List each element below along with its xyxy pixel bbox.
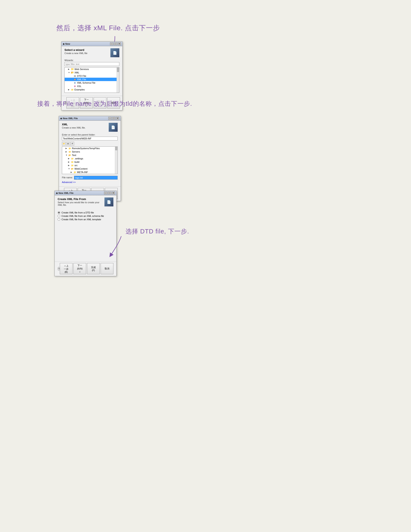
dialog-3-titlebar: ◈ New XML File ─ □ ✕ [55,191,116,195]
label-xml-file: XML File [77,78,86,81]
label-xsd: XML Schema File [77,82,95,84]
dialog-3-close[interactable]: ✕ [112,191,115,194]
radio-item-template[interactable]: Create XML file from an XML template [58,218,113,221]
radio-item-schema[interactable]: Create XML file from an XML schema file [58,215,113,217]
dialog-2-section-title: XML [62,123,85,126]
dialog-2-filename-input[interactable] [74,176,118,180]
dialog-2-wizard-icon: 📄 [109,123,118,132]
dialog-2-maximize[interactable]: □ [112,117,115,120]
tree2-text[interactable]: ▼ 📂 Text [62,153,117,157]
tree2-src[interactable]: ▶ 📁 src [62,164,117,167]
dialog-2-tree[interactable]: ▶ 📁 RemoteSystemsTempFiles ▶ 📁 Servers ▼… [62,146,118,174]
tree-item-xml-file[interactable]: X XML File [65,78,119,81]
icon-web-services: 📁 [71,68,74,71]
tree2-metainf[interactable]: ▶ 📁 META-INF [62,171,117,174]
icon-xml-file: X [73,78,76,81]
toolbar-collapse[interactable]: ⊟ [66,142,70,146]
dialog-2-folder-label: Enter or select the parent folder: [62,133,118,136]
tree2-settings[interactable]: ▶ 📁 .settings [62,157,117,160]
dialog-3-subtitle: Select how you would like to create your… [58,201,100,206]
tree2-servers[interactable]: ▶ 📁 Servers [62,150,117,153]
dialog-1-maximize[interactable]: □ [114,42,117,45]
label-webcontent: WebContent [75,168,87,170]
toolbar-new-folder[interactable]: 📁 [62,142,66,146]
annotation-2: 接着，将File name 改为后缀为tld的名称，点击下一步. [37,100,192,108]
dialog-1-subtitle: Create a new XML file [65,52,87,55]
icon-dtd: D [73,75,76,77]
radio-item-dtd[interactable]: Create XML file from a DTD file [58,211,113,214]
icon-xml-folder: 📂 [71,71,74,74]
tree-item-dtd[interactable]: D DTD File [65,74,119,78]
radio-schema-circle[interactable] [58,215,60,217]
radio-template-circle[interactable] [58,218,60,221]
label-build: build [75,161,79,163]
dialog-2-title-text: New XML File [63,117,78,120]
dialog-3-footer: ? ＜上一步(B) 下一步(N)＞ 完成(F) 取消 [55,262,116,276]
toolbar-refresh[interactable]: ↺ [70,142,74,146]
label-xml: XML [75,71,79,74]
dialog-1-filter-input[interactable] [65,62,119,66]
dialog-3-cancel-btn[interactable]: 取消 [101,263,113,274]
dialog-3-footer-buttons: ＜上一步(B) 下一步(N)＞ 完成(F) 取消 [60,263,113,274]
dialog-3-controls[interactable]: ─ □ ✕ [104,191,115,194]
radio-dtd-circle[interactable] [58,211,60,214]
label-web-services: Web Services [75,68,89,70]
dialog-1-title-left: ◈ New [63,43,70,45]
dialog-3-back-btn[interactable]: ＜上一步(B) [60,263,73,274]
dialog-3-help[interactable]: ? [58,267,60,271]
dialog-3-create-xml: ◈ New XML File ─ □ ✕ Create XML File Fro… [55,191,117,276]
dialog-1-wizards-label: Wizards: [65,59,119,61]
dialog-2-subtitle: Create a new XML file. [62,126,85,129]
dialog-3-icon: ◈ [56,192,58,194]
tree2-build[interactable]: ▶ 📁 build [62,160,117,164]
dialog-3-next-btn[interactable]: 下一步(N)＞ [73,263,86,274]
dialog-1-close[interactable]: ✕ [118,42,121,45]
radio-template-label: Create XML file from an XML template [62,218,101,221]
dialog-1-scrollbar-thumb [117,68,119,72]
icon-xsd: X [73,81,76,84]
dialog-2-folder-input[interactable] [62,137,118,141]
tree-item-web-services[interactable]: ▶ 📁 Web Services [65,67,119,71]
label-settings: .settings [75,157,83,160]
dialog-1-titlebar: ◈ New ─ □ ✕ [62,42,122,46]
dialog-1-minimize[interactable]: ─ [110,42,113,45]
tree-item-examples[interactable]: ▶ 📁 Examples [65,88,119,91]
dialog-2-minimize[interactable]: ─ [108,117,112,120]
dialog-2-scrollbar[interactable] [115,147,117,174]
tree-item-xsl[interactable]: X XSL [65,85,119,88]
dialog-1-controls[interactable]: ─ □ ✕ [110,42,121,45]
dialog-2-title-left: ◈ New XML File [60,117,78,120]
dialog-1-icon: ◈ [63,43,65,45]
dialog-1-tree-scrollbar[interactable] [117,67,119,93]
dialog-2-new-xml: ◈ New XML File ─ □ ✕ XML Create a new XM… [59,116,121,201]
expand-examples: ▶ [68,88,70,91]
label-remote: RemoteSystemsTempFiles [72,147,100,150]
dialog-3-maximize[interactable]: □ [108,191,111,194]
dialog-2-advanced-link[interactable]: Advanced >> [62,181,76,183]
label-dtd: DTD File [77,75,86,77]
dialog-3-minimize[interactable]: ─ [104,191,107,194]
tree-item-xsd[interactable]: X XML Schema File [65,81,119,85]
tree2-webcontent[interactable]: ▼ 📂 WebContent [62,167,117,171]
dialog-3-body: Create XML File From Select how you woul… [55,195,116,261]
dialog-2-titlebar: ◈ New XML File ─ □ ✕ [59,116,121,121]
label-servers: Servers [72,151,80,153]
radio-schema-label: Create XML file from an XML schema file [62,215,104,217]
dialog-1-title-text: New [65,43,70,45]
dialog-3-title-text: New XML File [58,192,74,194]
dialog-3-finish-btn[interactable]: 完成(F) [87,263,100,274]
dialog-3-section-title: Create XML File From [58,198,100,201]
tree-item-xml-folder[interactable]: ▼ 📂 XML [65,71,119,74]
dialog-2-body: XML Create a new XML file. 📄 Enter or se… [59,121,121,186]
radio-dtd-label: Create XML file from a DTD file [62,211,94,214]
annotation-1: 然后，选择 xML File. 点击下一步 [56,23,160,33]
dialog-1-tree[interactable]: ▶ 📁 Web Services ▼ 📂 XML D DTD File [65,67,119,93]
dialog-2-close[interactable]: ✕ [116,117,119,120]
dialog-3-empty-area [58,222,113,258]
dialog-1-body: Select a wizard Create a new XML file 📄 … [62,46,122,95]
tree2-remote[interactable]: ▶ 📁 RemoteSystemsTempFiles [62,147,117,150]
dialog-3-title-left: ◈ New XML File [56,192,74,194]
dialog-3-wizard-icon: 📄 [104,198,113,206]
dialog-2-controls[interactable]: ─ □ ✕ [108,117,119,120]
tree2-webinf[interactable]: ▶ 📁 WEB-INF [62,174,117,174]
